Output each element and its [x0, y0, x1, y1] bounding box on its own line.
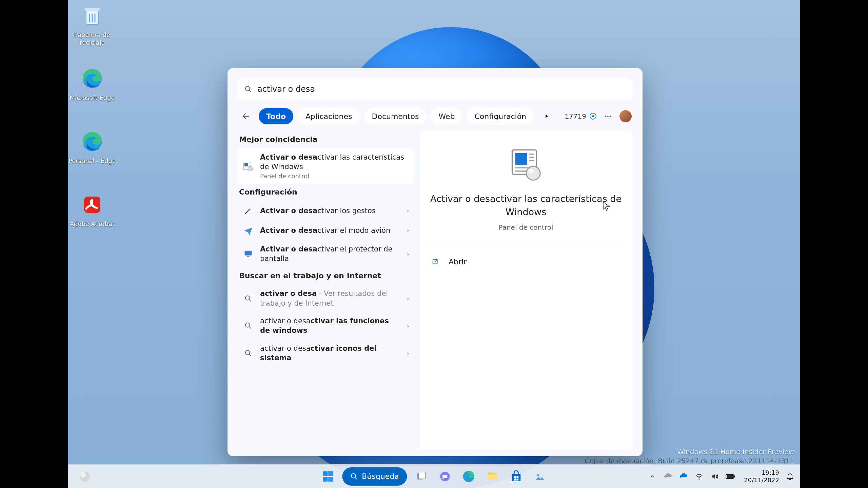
desktop-icon-acrobat[interactable]: Adobe Acrobat — [68, 191, 119, 228]
results-column: Mejor coincidencia Activar o desactivar … — [238, 131, 414, 449]
tab-documents[interactable]: Documentos — [364, 108, 427, 124]
result-web-icons[interactable]: activar o desactivar iconos del sistema … — [238, 340, 414, 367]
search-tabs: Todo Aplicaciones Documentos Web Configu… — [238, 108, 632, 124]
result-title: Activar o desactivar el protector de pan… — [260, 244, 401, 264]
start-search-flyout: Todo Aplicaciones Documentos Web Configu… — [228, 68, 643, 456]
preview-action-label: Abrir — [449, 258, 467, 266]
divider — [430, 246, 622, 246]
svg-line-18 — [249, 299, 251, 301]
taskbar-widgets[interactable] — [75, 466, 95, 487]
tray-overflow-button[interactable] — [648, 472, 657, 481]
svg-line-40 — [355, 477, 357, 479]
pen-icon — [242, 205, 254, 217]
edge-icon — [79, 128, 106, 155]
monitor-icon — [242, 248, 254, 260]
search-icon — [350, 473, 358, 480]
svg-rect-38 — [328, 477, 333, 482]
svg-point-10 — [607, 116, 609, 117]
wifi-icon[interactable] — [694, 472, 704, 481]
control-panel-icon — [242, 160, 254, 172]
svg-point-9 — [605, 116, 607, 117]
chevron-right-icon: › — [407, 227, 409, 234]
svg-rect-56 — [727, 475, 733, 478]
taskbar-search-label: Búsqueda — [362, 472, 399, 481]
tab-apps[interactable]: Aplicaciones — [298, 108, 359, 124]
search-options-button[interactable] — [602, 108, 614, 124]
battery-icon[interactable] — [726, 472, 735, 481]
tray-clock[interactable]: 19:19 20/11/2022 — [744, 469, 779, 484]
svg-point-39 — [351, 473, 356, 478]
back-button[interactable] — [238, 108, 254, 124]
onedrive-synced-icon[interactable] — [679, 472, 688, 481]
svg-point-53 — [699, 479, 700, 480]
start-button[interactable] — [318, 467, 337, 486]
svg-rect-48 — [517, 476, 519, 478]
letterbox: Papelera de reciclaje Microsoft Edge Per… — [0, 0, 868, 488]
tray-time: 19:19 — [762, 469, 779, 476]
svg-line-22 — [249, 354, 251, 356]
result-web-generic[interactable]: activar o desa - Ver resultados del trab… — [238, 285, 414, 312]
result-settings-airplane[interactable]: Activar o desactivar el modo avión › — [238, 221, 414, 240]
edge-icon — [79, 65, 106, 92]
svg-rect-35 — [323, 471, 328, 476]
desktop-icon-recycle-bin[interactable]: Papelera de reciclaje — [68, 2, 119, 46]
svg-rect-15 — [245, 251, 252, 256]
desktop-icon-edge[interactable]: Microsoft Edge — [68, 65, 119, 102]
taskbar-explorer[interactable] — [483, 467, 502, 486]
svg-rect-36 — [328, 471, 333, 476]
result-settings-gestures[interactable]: Activar o desactivar los gestos › — [238, 201, 414, 221]
desktop-screen: Papelera de reciclaje Microsoft Edge Per… — [68, 0, 800, 488]
user-avatar[interactable] — [619, 109, 632, 123]
taskbar-store[interactable] — [507, 467, 526, 486]
tab-web[interactable]: Web — [431, 108, 462, 124]
svg-rect-55 — [734, 475, 735, 477]
desktop-icon-label: Microsoft Edge — [70, 94, 115, 102]
section-best-match: Mejor coincidencia — [239, 135, 413, 144]
taskbar-edge[interactable] — [459, 467, 478, 486]
svg-point-19 — [245, 323, 250, 327]
search-input[interactable] — [257, 84, 626, 94]
desktop-icon-edge-personal[interactable]: Personal - Edge — [68, 128, 119, 165]
tab-settings[interactable]: Configuración — [467, 108, 534, 124]
search-box[interactable] — [238, 78, 632, 100]
result-settings-screensaver[interactable]: Activar o desactivar el protector de pan… — [238, 240, 414, 268]
chevron-right-icon: › — [407, 250, 409, 258]
watermark-line1: Windows 11 Home Insider Preview — [585, 447, 794, 456]
tabs-more-button[interactable] — [538, 108, 555, 124]
notifications-button[interactable] — [785, 472, 795, 481]
svg-rect-13 — [244, 163, 248, 166]
preview-subtitle: Panel de control — [499, 223, 553, 231]
system-tray: 19:19 20/11/2022 — [648, 469, 795, 484]
insider-watermark: Windows 11 Home Insider Preview Copia de… — [585, 447, 794, 466]
taskbar-chat[interactable] — [436, 467, 455, 486]
result-best-match[interactable]: Activar o desactivar las características… — [238, 148, 414, 184]
result-title: activar o desactivar las funciones de wi… — [260, 316, 401, 336]
onedrive-icon[interactable] — [663, 472, 673, 481]
result-web-functions[interactable]: activar o desactivar las funciones de wi… — [238, 312, 414, 340]
svg-rect-42 — [419, 472, 426, 479]
search-icon — [242, 293, 254, 304]
svg-rect-1 — [85, 8, 100, 11]
taskbar-photos[interactable] — [531, 467, 550, 486]
desktop-icon-label: Personal - Edge — [68, 157, 116, 165]
search-icon — [242, 320, 254, 331]
section-settings: Configuración — [239, 188, 413, 196]
result-title: Activar o desactivar los gestos — [260, 206, 401, 216]
svg-rect-50 — [517, 479, 519, 481]
svg-rect-47 — [514, 476, 516, 478]
recycle-bin-icon — [79, 2, 106, 29]
taskbar-taskview[interactable] — [412, 467, 431, 486]
preview-action-open[interactable]: Abrir — [430, 254, 622, 269]
desktop-icon-label: Papelera de reciclaje — [68, 31, 119, 46]
taskbar-search[interactable]: Búsqueda — [342, 467, 407, 486]
mouse-cursor — [603, 202, 611, 210]
preview-icon — [509, 147, 543, 181]
taskbar-center: Búsqueda — [318, 467, 549, 486]
tab-all[interactable]: Todo — [259, 108, 293, 124]
svg-rect-37 — [323, 477, 328, 482]
rewards-points[interactable]: 17719 — [565, 112, 597, 120]
tray-date: 20/11/2022 — [744, 476, 779, 484]
volume-icon[interactable] — [710, 472, 719, 481]
search-icon — [244, 85, 252, 93]
svg-point-11 — [610, 116, 611, 117]
